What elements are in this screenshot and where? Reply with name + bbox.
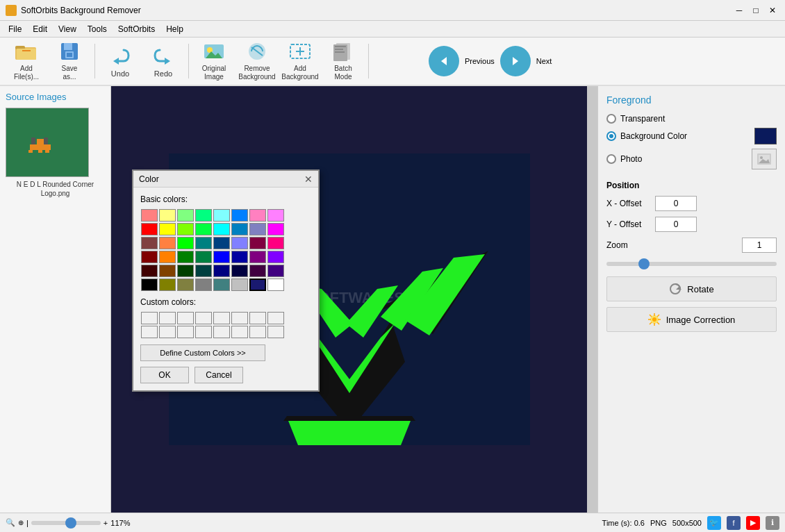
color-cell[interactable] xyxy=(141,279,158,291)
color-cell[interactable] xyxy=(231,209,248,222)
image-thumbnail[interactable] xyxy=(6,108,89,177)
color-cell[interactable] xyxy=(249,237,266,249)
background-color-radio[interactable] xyxy=(606,131,616,141)
color-cell[interactable] xyxy=(141,223,158,235)
menu-file[interactable]: File xyxy=(3,23,27,35)
color-cell[interactable] xyxy=(159,237,176,249)
add-background-button[interactable]: AddBackground xyxy=(279,40,321,82)
custom-color-cell[interactable] xyxy=(141,326,158,338)
canvas-zoom-slider[interactable] xyxy=(31,521,101,525)
color-cell[interactable] xyxy=(159,223,176,235)
color-cell[interactable] xyxy=(231,223,248,235)
info-icon[interactable]: ℹ xyxy=(766,516,779,530)
cancel-button[interactable]: Cancel xyxy=(195,367,243,383)
image-correction-button[interactable]: Image Correction xyxy=(606,307,777,332)
color-cell[interactable] xyxy=(213,209,230,222)
custom-color-cell[interactable] xyxy=(267,326,284,338)
youtube-icon[interactable]: ▶ xyxy=(746,516,760,530)
batch-mode-button[interactable]: BatchMode xyxy=(322,40,364,82)
rotate-button[interactable]: Rotate xyxy=(606,276,777,301)
color-cell[interactable] xyxy=(141,237,158,249)
color-cell[interactable] xyxy=(231,265,248,277)
menu-edit[interactable]: Edit xyxy=(27,23,53,35)
color-cell[interactable] xyxy=(177,265,194,277)
color-cell[interactable] xyxy=(159,265,176,277)
color-cell[interactable] xyxy=(195,279,212,291)
color-cell[interactable] xyxy=(159,279,176,291)
color-cell[interactable] xyxy=(249,209,266,222)
color-cell[interactable] xyxy=(267,237,284,249)
color-cell[interactable] xyxy=(195,237,212,249)
color-cell[interactable] xyxy=(213,237,230,249)
original-image-button[interactable]: OriginalImage xyxy=(193,40,235,82)
custom-color-cell[interactable] xyxy=(141,312,158,324)
menu-help[interactable]: Help xyxy=(160,23,189,35)
remove-background-button[interactable]: RemoveBackground xyxy=(236,40,278,82)
color-cell[interactable] xyxy=(249,265,266,277)
close-button[interactable]: ✕ xyxy=(766,3,779,17)
color-cell[interactable] xyxy=(159,251,176,263)
add-files-button[interactable]: AddFile(s)... xyxy=(6,40,47,82)
custom-color-cell[interactable] xyxy=(249,326,266,338)
center-canvas[interactable]: © THESOFTWARESHOP xyxy=(111,86,597,513)
minimize-button[interactable]: ─ xyxy=(732,3,746,17)
custom-color-cell[interactable] xyxy=(213,326,230,338)
x-offset-input[interactable] xyxy=(655,196,697,211)
color-cell[interactable] xyxy=(213,265,230,277)
previous-button[interactable] xyxy=(429,46,459,76)
color-cell[interactable] xyxy=(177,223,194,235)
save-as-button[interactable]: Saveas... xyxy=(49,40,90,82)
custom-color-cell[interactable] xyxy=(231,312,248,324)
menu-softorbits[interactable]: SoftOrbits xyxy=(113,23,160,35)
menu-tools[interactable]: Tools xyxy=(82,23,113,35)
zoom-minus-icon[interactable]: 🔍 xyxy=(6,518,15,527)
maximize-button[interactable]: □ xyxy=(749,3,763,17)
color-cell[interactable] xyxy=(177,279,194,291)
custom-color-cell[interactable] xyxy=(231,326,248,338)
color-cell[interactable] xyxy=(267,209,284,222)
color-cell[interactable] xyxy=(249,251,266,263)
custom-color-cell[interactable] xyxy=(177,312,194,324)
zoom-slider[interactable] xyxy=(606,262,777,266)
color-dialog-close-button[interactable]: ✕ xyxy=(304,174,313,185)
redo-button[interactable]: Redo xyxy=(142,40,184,82)
ok-button[interactable]: OK xyxy=(140,367,189,383)
photo-browse-button[interactable] xyxy=(752,149,777,169)
zoom-plus-icon[interactable]: + xyxy=(104,519,108,527)
background-color-swatch[interactable] xyxy=(754,128,777,144)
color-cell[interactable] xyxy=(231,251,248,263)
color-cell[interactable] xyxy=(249,223,266,235)
color-cell[interactable] xyxy=(231,237,248,249)
menu-view[interactable]: View xyxy=(53,23,82,35)
custom-color-cell[interactable] xyxy=(213,312,230,324)
facebook-icon[interactable]: f xyxy=(727,516,741,530)
color-cell[interactable] xyxy=(195,251,212,263)
color-cell-selected[interactable] xyxy=(249,279,266,291)
color-cell[interactable] xyxy=(159,209,176,222)
undo-button[interactable]: Undo xyxy=(99,40,141,82)
color-cell[interactable] xyxy=(141,265,158,277)
color-cell[interactable] xyxy=(267,223,284,235)
color-cell[interactable] xyxy=(177,209,194,222)
color-cell[interactable] xyxy=(141,209,158,222)
custom-color-cell[interactable] xyxy=(249,312,266,324)
color-cell[interactable] xyxy=(213,223,230,235)
custom-color-cell[interactable] xyxy=(267,312,284,324)
zoom-input[interactable] xyxy=(742,238,777,253)
color-cell[interactable] xyxy=(231,279,248,291)
custom-color-cell[interactable] xyxy=(177,326,194,338)
color-cell[interactable] xyxy=(141,251,158,263)
twitter-icon[interactable]: 🐦 xyxy=(707,516,721,530)
color-cell[interactable] xyxy=(195,209,212,222)
custom-color-cell[interactable] xyxy=(159,326,176,338)
color-cell[interactable] xyxy=(177,251,194,263)
color-cell[interactable] xyxy=(195,223,212,235)
define-custom-colors-button[interactable]: Define Custom Colors >> xyxy=(140,344,265,361)
transparent-radio[interactable] xyxy=(606,114,616,124)
color-cell[interactable] xyxy=(195,265,212,277)
custom-color-cell[interactable] xyxy=(195,326,212,338)
color-cell[interactable] xyxy=(267,265,284,277)
next-button[interactable] xyxy=(500,46,531,76)
y-offset-input[interactable] xyxy=(655,217,697,232)
color-cell[interactable] xyxy=(177,237,194,249)
